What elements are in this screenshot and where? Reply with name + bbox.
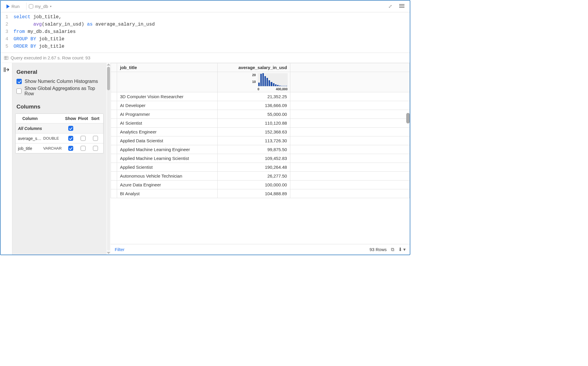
- cell-job-title: AI Developer: [117, 101, 218, 110]
- database-selector[interactable]: my_db ▾: [26, 3, 54, 10]
- hist-xticks: 0 400,000: [258, 87, 288, 91]
- cell-avg-salary: 26,277.50: [218, 172, 290, 181]
- table-icon: [4, 56, 8, 60]
- checkbox-global-agg-label: Show Global Aggregations as Top Row: [24, 86, 102, 96]
- hist-placeholder-cell: [117, 72, 218, 92]
- cell-job-title: BI Analyst: [117, 189, 218, 198]
- toolbar: Run my_db ▾ ⤢: [1, 1, 410, 12]
- col-header-avg-salary[interactable]: average_salary_in_usd: [218, 63, 290, 72]
- cell-job-title: Autonomous Vehicle Technician: [117, 172, 218, 181]
- run-button[interactable]: Run: [4, 3, 23, 10]
- query-status-bar: Query executed in 2.67 s. Row count: 93: [1, 53, 410, 63]
- line-gutter: 12345: [1, 14, 12, 50]
- column-config-row: job_titleVARCHAR: [16, 143, 103, 153]
- hist-bars: [258, 73, 288, 87]
- table-row[interactable]: Applied Machine Learning Scientist109,45…: [111, 154, 410, 163]
- col-header-sort: Sort: [90, 116, 101, 121]
- table-row[interactable]: Applied Machine Learning Engineer99,875.…: [111, 145, 410, 154]
- filter-link[interactable]: Filter: [115, 247, 124, 252]
- hist-bar: [279, 86, 281, 86]
- hist-yticks: 20 10: [249, 73, 256, 87]
- column-pivot-checkbox[interactable]: [81, 146, 86, 151]
- cell-avg-salary: 190,264.48: [218, 163, 290, 172]
- grid-footer: Filter 93 Rows ⧉ ⬇ ▾: [111, 244, 410, 255]
- hist-bar: [283, 86, 285, 86]
- row-count-label: 93 Rows: [369, 247, 387, 252]
- column-sort-checkbox[interactable]: [93, 146, 98, 151]
- download-icon[interactable]: ⬇ ▾: [398, 247, 406, 252]
- column-config-row: average_salary_in_...DOUBLE: [16, 133, 103, 143]
- col-header-job-title[interactable]: job_title: [117, 63, 218, 72]
- cell-job-title: Applied Data Scientist: [117, 136, 218, 145]
- columns-table-header: Column Show Pivot Sort: [16, 114, 103, 123]
- cell-job-title: AI Programmer: [117, 110, 218, 119]
- cell-job-title: Applied Scientist: [117, 163, 218, 172]
- col-header-show: Show: [65, 116, 76, 121]
- sidebar-toggle-column: [1, 63, 12, 255]
- checkbox-histograms[interactable]: [16, 79, 22, 84]
- checkbox-histograms-label: Show Numeric Column Histograms: [25, 79, 98, 84]
- column-sort-checkbox[interactable]: [93, 136, 98, 141]
- sql-editor[interactable]: 12345 select job_title, avg(salary_in_us…: [1, 12, 410, 53]
- table-row[interactable]: BI Analyst104,888.89: [111, 189, 410, 198]
- run-label: Run: [11, 4, 20, 9]
- data-grid: job_title average_salary_in_usd 20 10: [111, 63, 410, 198]
- column-show-checkbox[interactable]: [68, 146, 73, 151]
- cell-avg-salary: 55,000.00: [218, 110, 290, 119]
- table-row[interactable]: AI Programmer55,000.00: [111, 110, 410, 119]
- hist-bar: [260, 74, 262, 86]
- cell-job-title: Applied Machine Learning Scientist: [117, 154, 218, 163]
- table-row[interactable]: Autonomous Vehicle Technician26,277.50: [111, 172, 410, 181]
- database-icon: [29, 4, 33, 9]
- cell-avg-salary: 110,120.88: [218, 119, 290, 128]
- checkbox-global-aggregations[interactable]: [16, 88, 21, 94]
- hist-bar: [271, 82, 272, 86]
- cell-avg-salary: 21,352.25: [218, 92, 290, 101]
- chevron-down-icon: ▾: [50, 5, 51, 8]
- table-row[interactable]: Applied Data Scientist113,726.30: [111, 136, 410, 145]
- hamburger-menu-icon[interactable]: [397, 3, 407, 10]
- hist-bar: [266, 78, 268, 86]
- cell-avg-salary: 152,368.63: [218, 128, 290, 136]
- column-name: job_title: [18, 146, 42, 151]
- cell-avg-salary: 100,000.00: [218, 181, 290, 189]
- columns-table-all-row: All Columns: [16, 123, 103, 133]
- columns-table: Column Show Pivot Sort All Columns avera…: [15, 113, 104, 153]
- scrollbar-thumb[interactable]: [107, 67, 110, 90]
- table-row[interactable]: Analytics Engineer152,368.63: [111, 128, 410, 136]
- columns-heading: Columns: [15, 102, 104, 111]
- cell-job-title: Analytics Engineer: [117, 128, 218, 136]
- hist-bar: [275, 84, 276, 86]
- all-columns-show-checkbox[interactable]: [68, 126, 73, 131]
- hist-bar: [277, 85, 279, 86]
- salary-histogram: 20 10 0 400,000: [249, 73, 288, 91]
- table-row[interactable]: 3D Computer Vision Researcher21,352.25: [111, 92, 410, 101]
- table-row[interactable]: Applied Scientist190,264.48: [111, 163, 410, 172]
- config-panel-scrollbar[interactable]: [106, 63, 111, 255]
- scroll-up-icon[interactable]: [107, 63, 110, 66]
- column-pivot-checkbox[interactable]: [81, 136, 86, 141]
- general-heading: General: [16, 69, 102, 75]
- db-name: my_db: [35, 4, 48, 9]
- hist-bar: [285, 86, 287, 86]
- table-row[interactable]: AI Developer136,666.09: [111, 101, 410, 110]
- expand-icon[interactable]: ⤢: [386, 2, 394, 10]
- data-grid-scroll[interactable]: job_title average_salary_in_usd 20 10: [111, 63, 410, 244]
- table-row[interactable]: Azure Data Engineer100,000.00: [111, 181, 410, 189]
- play-icon: [6, 4, 10, 9]
- panel-toggle-icon[interactable]: [4, 67, 9, 74]
- copy-icon[interactable]: ⧉: [391, 247, 394, 252]
- column-type: VARCHAR: [43, 146, 64, 151]
- column-show-checkbox[interactable]: [68, 136, 73, 141]
- cell-avg-salary: 109,452.83: [218, 154, 290, 163]
- results-area: General Show Numeric Column Histograms S…: [1, 63, 410, 255]
- table-row[interactable]: AI Scientist110,120.88: [111, 119, 410, 128]
- hist-bar: [273, 83, 274, 86]
- grid-scrollbar-thumb[interactable]: [406, 113, 410, 123]
- col-header-pivot: Pivot: [77, 116, 89, 121]
- cell-avg-salary: 104,888.89: [218, 189, 290, 198]
- data-grid-wrap: job_title average_salary_in_usd 20 10: [111, 63, 410, 255]
- scroll-down-icon[interactable]: [107, 252, 110, 254]
- col-header-column: Column: [18, 116, 42, 121]
- hist-bar: [264, 76, 266, 86]
